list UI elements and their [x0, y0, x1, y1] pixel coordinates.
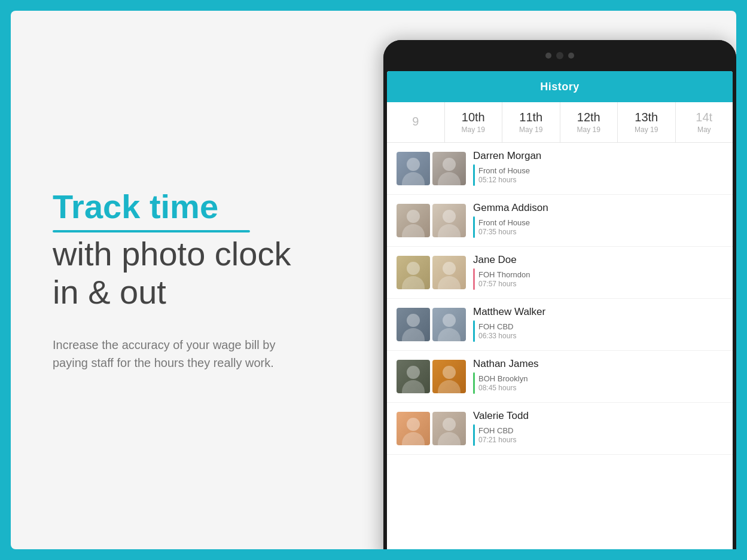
- avatar: [432, 204, 466, 237]
- employee-hours: 07:35 hours: [478, 228, 530, 236]
- date-month-11: May 19: [519, 126, 542, 134]
- date-tab-12[interactable]: 12th May 19: [560, 102, 618, 142]
- right-panel: History 9 10th May 19 11th May 19: [358, 11, 736, 549]
- history-header: History: [387, 71, 733, 102]
- date-month-12: May 19: [577, 126, 600, 134]
- main-card: Track time with photo clockin & out Incr…: [11, 11, 736, 549]
- employee-photos: [397, 308, 466, 341]
- history-title: History: [540, 81, 580, 93]
- tablet-mockup: History 9 10th May 19 11th May 19: [383, 40, 736, 549]
- employee-role-row: FOH CBD 06:33 hours: [473, 320, 723, 342]
- date-tab-10[interactable]: 10th May 19: [445, 102, 503, 142]
- headline-underline: [53, 230, 250, 232]
- date-day-11: 11th: [519, 111, 542, 124]
- date-tab-9[interactable]: 9: [387, 102, 445, 142]
- employee-hours: 05:12 hours: [478, 176, 530, 184]
- date-day-13: 13th: [635, 111, 658, 124]
- employee-info: Jane Doe FOH Thorndon 07:57 hours: [473, 254, 723, 291]
- role-bar: [473, 320, 475, 342]
- employee-info: Valerie Todd FOH CBD 07:21 hours: [473, 410, 723, 447]
- employee-name: Nathan James: [473, 358, 723, 370]
- role-bar: [473, 164, 475, 186]
- subheadline: with photo clockin & out: [53, 235, 322, 312]
- employee-photos: [397, 256, 466, 289]
- employee-info: Gemma Addison Front of House 07:35 hours: [473, 202, 723, 239]
- avatar: [397, 360, 430, 393]
- date-tabs: 9 10th May 19 11th May 19 12th May 19: [387, 102, 733, 143]
- employee-role-row: BOH Brooklyn 08:45 hours: [473, 372, 723, 394]
- table-row[interactable]: Gemma Addison Front of House 07:35 hours: [387, 195, 733, 247]
- employee-name: Gemma Addison: [473, 202, 723, 214]
- role-bar: [473, 268, 475, 290]
- employee-role-row: FOH CBD 07:21 hours: [473, 424, 723, 446]
- employee-name: Jane Doe: [473, 254, 723, 266]
- table-row[interactable]: Matthew Walker FOH CBD 06:33 hours: [387, 299, 733, 351]
- tablet-dot-1: [545, 53, 551, 59]
- employee-role: BOH Brooklyn: [478, 374, 528, 383]
- employee-info: Darren Morgan Front of House 05:12 hours: [473, 150, 723, 187]
- role-bar: [473, 372, 475, 394]
- date-tab-13[interactable]: 13th May 19: [618, 102, 676, 142]
- date-tab-11[interactable]: 11th May 19: [502, 102, 560, 142]
- employee-role-row: FOH Thorndon 07:57 hours: [473, 268, 723, 290]
- date-day-9: 9: [412, 115, 419, 128]
- employee-role: FOH Thorndon: [478, 270, 530, 279]
- employee-role-row: Front of House 07:35 hours: [473, 216, 723, 238]
- avatar: [397, 412, 430, 445]
- employee-info: Nathan James BOH Brooklyn 08:45 hours: [473, 358, 723, 395]
- table-row[interactable]: Jane Doe FOH Thorndon 07:57 hours: [387, 247, 733, 299]
- date-month-10: May 19: [462, 126, 485, 134]
- role-bar: [473, 216, 475, 238]
- role-bar: [473, 424, 475, 446]
- avatar: [432, 360, 466, 393]
- avatar: [432, 152, 466, 185]
- table-row[interactable]: Nathan James BOH Brooklyn 08:45 hours: [387, 351, 733, 403]
- avatar: [397, 256, 430, 289]
- avatar: [432, 412, 466, 445]
- employee-name: Darren Morgan: [473, 150, 723, 162]
- avatar: [432, 256, 466, 289]
- employee-role: Front of House: [478, 218, 530, 227]
- employee-photos: [397, 152, 466, 185]
- description: Increase the accuracy of your wage bill …: [53, 336, 304, 372]
- avatar: [397, 308, 430, 341]
- tablet-camera: [556, 52, 563, 59]
- tablet-dot-2: [568, 53, 574, 59]
- employee-hours: 06:33 hours: [478, 332, 516, 340]
- employee-role: FOH CBD: [478, 322, 516, 331]
- employee-photos: [397, 412, 466, 445]
- date-day-12: 12th: [577, 111, 600, 124]
- table-row[interactable]: Valerie Todd FOH CBD 07:21 hours: [387, 403, 733, 455]
- left-panel: Track time with photo clockin & out Incr…: [11, 11, 358, 549]
- date-month-13: May 19: [635, 126, 658, 134]
- headline-block: Track time with photo clockin & out: [53, 188, 322, 311]
- tablet-screen: History 9 10th May 19 11th May 19: [387, 71, 733, 549]
- avatar: [432, 308, 466, 341]
- employee-hours: 07:21 hours: [478, 436, 516, 444]
- tablet-top-bar: [383, 40, 736, 71]
- employee-role: FOH CBD: [478, 426, 516, 435]
- employee-role-row: Front of House 05:12 hours: [473, 164, 723, 186]
- date-month-14: May: [697, 126, 711, 134]
- headline: Track time: [53, 188, 322, 225]
- employee-name: Matthew Walker: [473, 306, 723, 318]
- employee-hours: 07:57 hours: [478, 280, 530, 288]
- employee-info: Matthew Walker FOH CBD 06:33 hours: [473, 306, 723, 343]
- employee-role: Front of House: [478, 166, 530, 175]
- employee-photos: [397, 204, 466, 237]
- date-day-14: 14t: [696, 111, 712, 124]
- employee-list: Darren Morgan Front of House 05:12 hours: [387, 143, 733, 549]
- date-day-10: 10th: [462, 111, 485, 124]
- avatar: [397, 204, 430, 237]
- avatar: [397, 152, 430, 185]
- table-row[interactable]: Darren Morgan Front of House 05:12 hours: [387, 143, 733, 195]
- date-tab-14[interactable]: 14t May: [676, 102, 733, 142]
- employee-hours: 08:45 hours: [478, 384, 528, 392]
- employee-photos: [397, 360, 466, 393]
- employee-name: Valerie Todd: [473, 410, 723, 422]
